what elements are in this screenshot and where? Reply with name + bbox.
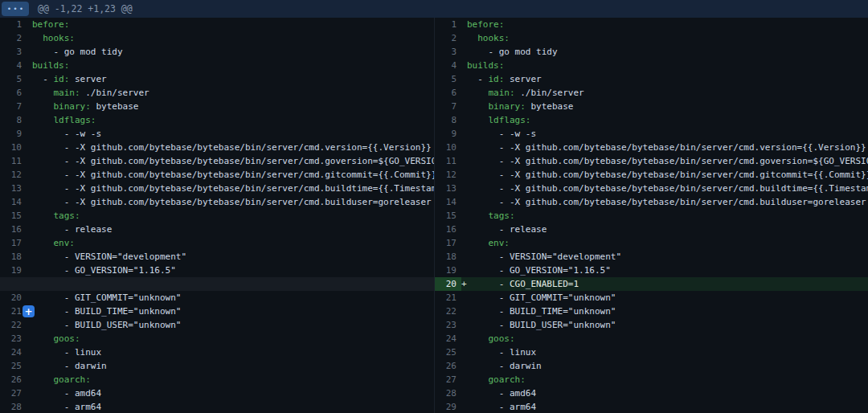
add-comment-button[interactable]: + [23, 305, 35, 317]
line-number[interactable]: 15 [435, 209, 461, 223]
line-number[interactable]: 21 [435, 291, 461, 305]
code-text [467, 88, 489, 98]
diff-row: 23 - BUILD_USER="unknown" [435, 318, 868, 332]
line-number[interactable]: 13 [0, 182, 27, 195]
code-line: - BUILD_TIME="unknown" [467, 305, 868, 318]
line-number[interactable]: 28 [0, 400, 27, 413]
code-text: ./bin/server [80, 88, 149, 98]
expand-hunk-button[interactable]: ••• [2, 2, 29, 16]
line-number[interactable]: 12 [435, 168, 461, 182]
line-number[interactable]: 16 [435, 223, 461, 236]
code-text: - linux [467, 347, 536, 358]
code-text: - darwin [467, 361, 542, 371]
code-text: - amd64 [32, 388, 101, 399]
line-number[interactable]: 26 [435, 359, 461, 373]
code-line [32, 277, 434, 291]
line-number[interactable]: 5 [0, 72, 27, 86]
diff-row: 5 - id: server [0, 72, 434, 86]
code-line: env: [467, 236, 868, 250]
code-line: - VERSION="development" [32, 250, 434, 264]
line-number[interactable]: 19 [435, 264, 461, 277]
line-number[interactable]: 8 [0, 113, 27, 127]
line-number[interactable]: 18 [435, 250, 461, 264]
line-number[interactable]: 13 [435, 182, 461, 195]
line-number[interactable]: 22 [0, 318, 27, 332]
diff-marker [461, 141, 467, 154]
diff-marker [27, 332, 32, 346]
line-number[interactable]: 14 [435, 195, 461, 209]
diff-marker [27, 359, 32, 373]
line-number[interactable]: 18 [0, 250, 27, 264]
line-number[interactable]: 11 [0, 154, 27, 168]
code-text [467, 33, 477, 43]
diff-marker [461, 236, 467, 250]
diff-row: 10 - -X github.com/bytebase/bytebase/bin… [435, 141, 868, 154]
line-number[interactable]: 15 [0, 209, 27, 223]
diff-marker [27, 168, 32, 182]
yaml-key: tags: [54, 211, 80, 221]
line-number[interactable]: 12 [0, 168, 27, 182]
line-number[interactable]: 28 [435, 386, 461, 400]
yaml-key: env: [54, 238, 76, 248]
line-number[interactable]: 24 [0, 346, 27, 359]
line-number[interactable]: 20 [0, 291, 27, 305]
line-number[interactable]: 7 [0, 100, 27, 113]
line-number[interactable]: 25 [435, 346, 461, 359]
diff-row: 13 - -X github.com/bytebase/bytebase/bin… [435, 182, 868, 195]
line-number[interactable]: 23 [435, 318, 461, 332]
line-number[interactable]: 29 [435, 400, 461, 413]
line-number[interactable]: 4 [0, 59, 27, 72]
line-number[interactable]: 2 [0, 31, 27, 45]
line-number[interactable]: 9 [0, 127, 27, 141]
line-number[interactable]: 7 [435, 100, 461, 113]
diff-row: 28 - arm64 [0, 400, 434, 413]
line-number[interactable]: 6 [435, 86, 461, 100]
line-number[interactable]: 20 [435, 277, 461, 291]
line-number[interactable]: 3 [0, 45, 27, 59]
diff-marker [27, 236, 32, 250]
diff-row: 16 - release [0, 223, 434, 236]
line-number[interactable]: 17 [0, 236, 27, 250]
line-number[interactable]: 9 [435, 127, 461, 141]
code-text: - -w -s [32, 129, 101, 139]
code-text: - -X github.com/bytebase/bytebase/bin/se… [467, 183, 868, 194]
line-number[interactable]: 10 [0, 141, 27, 154]
code-line: - -X github.com/bytebase/bytebase/bin/se… [467, 154, 868, 168]
diff-marker [27, 72, 32, 86]
diff-marker [27, 127, 32, 141]
line-number[interactable]: 6 [0, 86, 27, 100]
line-number[interactable]: 3 [435, 45, 461, 59]
yaml-key: goos: [489, 333, 515, 344]
line-number[interactable]: 19 [0, 264, 27, 277]
diff-row: 15 tags: [0, 209, 434, 223]
diff-marker [461, 59, 467, 72]
line-number[interactable]: 5 [435, 72, 461, 86]
diff-row: 8 ldflags: [0, 113, 434, 127]
line-number[interactable] [0, 277, 27, 291]
line-number[interactable]: 1 [0, 18, 27, 31]
line-number[interactable]: 26 [0, 373, 27, 386]
yaml-key: binary: [489, 101, 526, 112]
line-number[interactable]: 25 [0, 359, 27, 373]
diff-row: 26 goarch: [0, 373, 434, 386]
line-number[interactable]: 14 [0, 195, 27, 209]
line-number[interactable]: 17 [435, 236, 461, 250]
line-number[interactable]: 16 [0, 223, 27, 236]
line-number[interactable]: 27 [0, 386, 27, 400]
line-number[interactable]: 1 [435, 18, 461, 31]
line-number[interactable]: 24 [435, 332, 461, 346]
line-number[interactable]: 27 [435, 373, 461, 386]
code-text [32, 333, 54, 344]
line-number[interactable]: 4 [435, 59, 461, 72]
diff-body[interactable]: 1before:2 hooks:3 - go mod tidy4builds:5… [0, 18, 868, 413]
line-number[interactable]: 23 [0, 332, 27, 346]
line-number[interactable]: 8 [435, 113, 461, 127]
line-number[interactable]: 11 [435, 154, 461, 168]
line-number[interactable]: 22 [435, 305, 461, 318]
diff-marker [461, 100, 467, 113]
yaml-key: before: [467, 19, 504, 30]
yaml-key: goarch: [54, 374, 91, 385]
code-line: main: ./bin/server [467, 86, 868, 100]
line-number[interactable]: 2 [435, 31, 461, 45]
line-number[interactable]: 10 [435, 141, 461, 154]
